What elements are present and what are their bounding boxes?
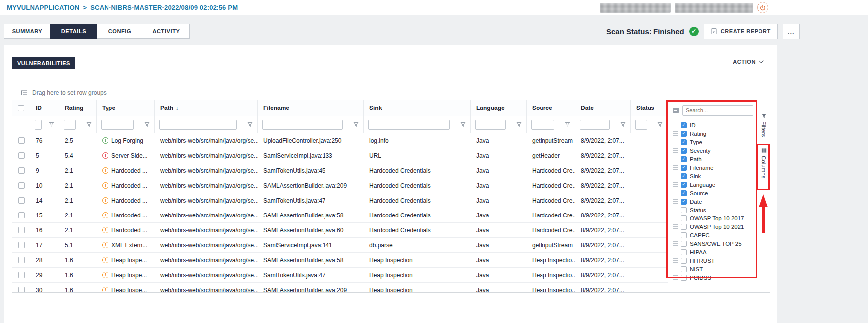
column-item-hitrust[interactable]: HITRUST [668, 256, 758, 265]
column-item-date[interactable]: ✓Date [668, 197, 758, 206]
drag-grip-icon[interactable] [673, 165, 678, 170]
select-all-columns-checkbox[interactable] [673, 108, 679, 113]
filter-funnel-icon[interactable] [247, 122, 253, 127]
column-header-filename[interactable]: Filename [258, 100, 364, 116]
logout-power-button[interactable] [757, 2, 768, 13]
drag-grip-icon[interactable] [673, 275, 678, 280]
column-header-select[interactable] [12, 100, 30, 116]
column-item-path[interactable]: ✓Path [668, 155, 758, 163]
filter-input-filename[interactable] [262, 120, 343, 130]
filter-input-source[interactable] [531, 120, 554, 130]
side-tab-columns[interactable]: Columns [761, 145, 767, 181]
column-checkbox-sink[interactable]: ✓ [681, 173, 687, 179]
drag-grip-icon[interactable] [673, 241, 678, 246]
breadcrumb-application[interactable]: MYVULNAPPLICATION [7, 4, 79, 11]
drag-grip-icon[interactable] [673, 157, 678, 161]
column-item-owasp-top-10-2021[interactable]: OWASP Top 10 2021 [668, 222, 758, 231]
drag-grip-icon[interactable] [673, 267, 678, 271]
column-checkbox-status[interactable] [681, 207, 687, 213]
column-item-sink[interactable]: ✓Sink [668, 172, 758, 180]
side-tab-filters[interactable]: Filters [761, 111, 767, 139]
filter-input-id[interactable] [35, 120, 42, 130]
table-row[interactable]: 175.1!XML Extern...web/nibrs-web/src/mai… [12, 238, 668, 253]
tab-config[interactable]: CONFIG [97, 24, 143, 39]
filter-input-path[interactable] [159, 120, 237, 130]
column-checkbox-id[interactable]: ✓ [681, 122, 687, 128]
column-item-type[interactable]: ✓Type [668, 138, 758, 146]
table-row[interactable]: 301.6!Heap Inspe...web/nibrs-web/src/mai… [12, 283, 668, 292]
drag-grip-icon[interactable] [673, 224, 678, 229]
drag-grip-icon[interactable] [673, 208, 678, 212]
column-checkbox-owasp-top-10-2017[interactable] [681, 215, 687, 221]
drag-grip-icon[interactable] [673, 182, 678, 187]
column-item-severity[interactable]: ✓Severity [668, 146, 758, 155]
column-checkbox-rating[interactable]: ✓ [681, 131, 687, 137]
select-all-rows-checkbox[interactable] [18, 105, 24, 111]
column-item-owasp-top-10-2017[interactable]: OWASP Top 10 2017 [668, 214, 758, 222]
column-checkbox-date[interactable]: ✓ [681, 199, 687, 205]
filter-funnel-icon[interactable] [49, 122, 54, 127]
row-select-checkbox[interactable] [18, 182, 25, 189]
column-checkbox-owasp-top-10-2021[interactable] [681, 224, 687, 230]
column-checkbox-language[interactable]: ✓ [681, 182, 687, 188]
table-row[interactable]: 291.6!Heap Inspe...web/nibrs-web/src/mai… [12, 268, 668, 283]
row-select-checkbox[interactable] [18, 197, 25, 204]
column-checkbox-sans-cwe-top-25[interactable] [681, 241, 687, 247]
drag-grip-icon[interactable] [673, 191, 678, 195]
drag-grip-icon[interactable] [673, 174, 678, 178]
column-header-sink[interactable]: Sink [364, 100, 471, 116]
row-select-checkbox[interactable] [18, 287, 25, 292]
table-row[interactable]: 55.4!Server Side...web/nibrs-web/src/mai… [12, 148, 668, 163]
action-button[interactable]: ACTION [726, 54, 769, 69]
column-item-filename[interactable]: ✓Filename [668, 163, 758, 172]
filter-funnel-icon[interactable] [657, 122, 663, 127]
drag-grip-icon[interactable] [673, 199, 678, 204]
table-row[interactable]: 92.1!Hardcoded ...web/nibrs-web/src/main… [12, 163, 668, 178]
column-checkbox-path[interactable]: ✓ [681, 156, 687, 162]
column-checkbox-filename[interactable]: ✓ [681, 165, 687, 171]
column-header-id[interactable]: ID [30, 100, 59, 116]
table-row[interactable]: 162.1!Hardcoded ...web/nibrs-web/src/mai… [12, 223, 668, 238]
row-select-checkbox[interactable] [18, 167, 25, 174]
column-item-language[interactable]: ✓Language [668, 180, 758, 189]
tab-activity[interactable]: ACTIVITY [143, 24, 190, 39]
column-header-status[interactable]: Status [631, 100, 668, 116]
filter-input-language[interactable] [475, 120, 506, 130]
tab-details[interactable]: DETAILS [50, 24, 97, 39]
column-item-capec[interactable]: CAPEC [668, 231, 758, 239]
column-item-hipaa[interactable]: HIPAA [668, 248, 758, 256]
more-options-button[interactable]: ... [783, 24, 800, 39]
row-select-checkbox[interactable] [18, 137, 25, 144]
tab-summary[interactable]: SUMMARY [4, 24, 51, 39]
column-header-date[interactable]: Date [575, 100, 631, 116]
column-header-rating[interactable]: Rating [59, 100, 97, 116]
table-row[interactable]: 102.1!Hardcoded ...web/nibrs-web/src/mai… [12, 178, 668, 193]
filter-funnel-icon[interactable] [353, 122, 359, 127]
create-report-button[interactable]: CREATE REPORT [704, 24, 778, 39]
drag-grip-icon[interactable] [673, 131, 678, 136]
column-checkbox-severity[interactable]: ✓ [681, 148, 687, 154]
filter-funnel-icon[interactable] [620, 122, 626, 127]
filter-input-rating[interactable] [64, 120, 76, 130]
column-checkbox-source[interactable]: ✓ [681, 190, 687, 196]
filter-input-type[interactable] [101, 120, 134, 130]
column-checkbox-nist[interactable] [681, 266, 687, 272]
filter-funnel-icon[interactable] [86, 122, 92, 127]
column-item-id[interactable]: ✓ID [668, 121, 758, 129]
column-item-pcidss[interactable]: PCIDSS [668, 273, 758, 282]
drag-grip-icon[interactable] [673, 140, 678, 144]
row-select-checkbox[interactable] [18, 152, 25, 159]
table-row[interactable]: 281.6!Heap Inspe...web/nibrs-web/src/mai… [12, 253, 668, 268]
filter-input-date[interactable] [580, 120, 610, 130]
column-header-type[interactable]: Type [97, 100, 155, 116]
column-header-source[interactable]: Source [527, 100, 575, 116]
drag-grip-icon[interactable] [673, 250, 678, 254]
column-checkbox-hitrust[interactable] [681, 258, 687, 264]
row-select-checkbox[interactable] [18, 227, 25, 233]
column-checkbox-hipaa[interactable] [681, 249, 687, 255]
column-item-nist[interactable]: NIST [668, 265, 758, 273]
drag-grip-icon[interactable] [673, 258, 678, 263]
drag-grip-icon[interactable] [673, 233, 678, 237]
column-item-rating[interactable]: ✓Rating [668, 129, 758, 138]
filter-funnel-icon[interactable] [565, 122, 570, 127]
